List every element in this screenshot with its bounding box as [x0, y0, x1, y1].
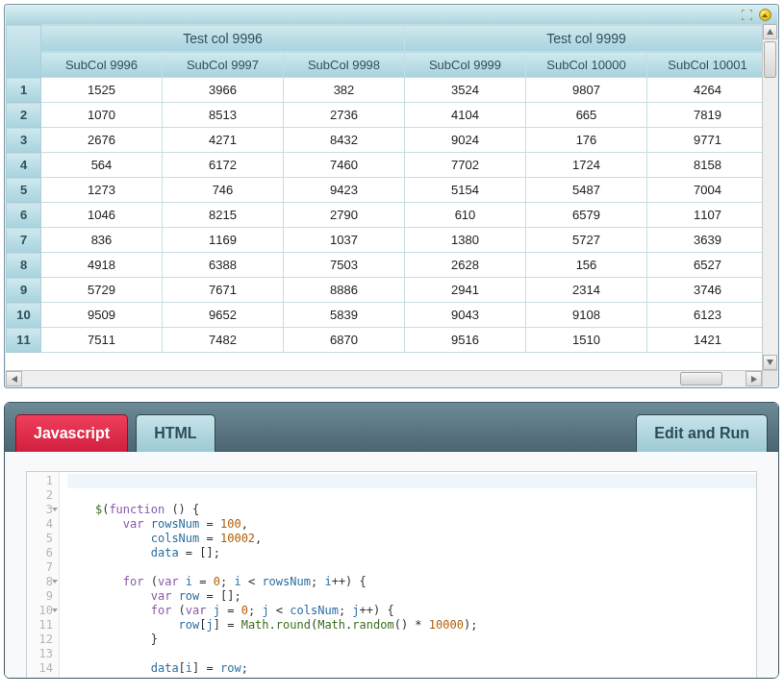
- grid-cell[interactable]: 1273: [41, 178, 163, 203]
- grid-cell[interactable]: 9516: [405, 328, 526, 353]
- scroll-left-button[interactable]: [6, 371, 22, 386]
- grid-cell[interactable]: 6527: [647, 253, 763, 278]
- code-line[interactable]: row[j] = Math.round(Math.random() * 1000…: [67, 618, 756, 633]
- grid-cell[interactable]: 836: [41, 228, 163, 253]
- grid-cell[interactable]: 2790: [284, 203, 405, 228]
- row-header[interactable]: 8: [7, 253, 41, 278]
- grid-cell[interactable]: 5729: [41, 278, 163, 303]
- row-header[interactable]: 6: [7, 203, 41, 228]
- code-editor[interactable]: 1234567891011121314 $(function () { var …: [26, 471, 757, 678]
- scroll-down-button[interactable]: [763, 355, 777, 370]
- grid-cell[interactable]: 3639: [647, 228, 763, 253]
- grid-cell[interactable]: 9043: [405, 303, 526, 328]
- column-header[interactable]: SubCol 10000: [526, 52, 647, 78]
- code-line[interactable]: [67, 488, 756, 503]
- vertical-scroll-track[interactable]: [763, 39, 777, 355]
- grid-cell[interactable]: 1380: [405, 228, 526, 253]
- grid-cell[interactable]: 7503: [284, 253, 405, 278]
- grid-cell[interactable]: 7482: [163, 328, 284, 353]
- grid-cell[interactable]: 5487: [526, 178, 647, 203]
- code-content[interactable]: $(function () { var rowsNum = 100, colsN…: [60, 472, 756, 678]
- row-header[interactable]: 7: [7, 228, 41, 253]
- code-line[interactable]: for (var i = 0; i < rowsNum; i++) {: [67, 575, 756, 589]
- grid-cell[interactable]: 1525: [41, 78, 163, 103]
- grid-cell[interactable]: 9108: [526, 303, 647, 328]
- code-line[interactable]: }: [67, 633, 756, 647]
- row-header[interactable]: 5: [7, 178, 41, 203]
- grid-cell[interactable]: 176: [526, 128, 647, 153]
- grid-cell[interactable]: 9771: [647, 128, 763, 153]
- grid-cell[interactable]: 3746: [647, 278, 763, 303]
- grid-cell[interactable]: 6579: [526, 203, 647, 228]
- grid-cell[interactable]: 8886: [284, 278, 405, 303]
- column-header[interactable]: SubCol 10001: [647, 52, 763, 78]
- grid-cell[interactable]: 156: [526, 253, 647, 278]
- grid-cell[interactable]: 6870: [284, 328, 405, 353]
- code-line[interactable]: for (var j = 0; j < colsNum; j++) {: [67, 604, 756, 618]
- grid-cell[interactable]: 1510: [526, 328, 647, 353]
- grid-cell[interactable]: 3524: [405, 78, 526, 103]
- grid-cell[interactable]: 6172: [163, 153, 284, 178]
- grid-cell[interactable]: 665: [526, 103, 647, 128]
- row-header[interactable]: 4: [7, 153, 41, 178]
- code-line[interactable]: $(function () {: [67, 503, 756, 517]
- grid-cell[interactable]: 4104: [405, 103, 526, 128]
- grid-cell[interactable]: 4264: [647, 78, 763, 103]
- row-header[interactable]: 3: [7, 128, 41, 153]
- grid-cell[interactable]: 746: [163, 178, 284, 203]
- grid-cell[interactable]: 3966: [163, 78, 284, 103]
- grid-cell[interactable]: 564: [41, 153, 163, 178]
- collapse-icon[interactable]: [759, 9, 771, 21]
- column-header[interactable]: SubCol 9999: [405, 52, 526, 78]
- grid-cell[interactable]: 7511: [41, 328, 163, 353]
- grid-cell[interactable]: 1107: [647, 203, 763, 228]
- column-header[interactable]: SubCol 9997: [163, 52, 284, 78]
- grid-cell[interactable]: 9509: [41, 303, 163, 328]
- column-group-header[interactable]: Test col 9999: [405, 25, 763, 52]
- grid-cell[interactable]: 2314: [526, 278, 647, 303]
- code-line[interactable]: var row = [];: [67, 589, 756, 604]
- grid-cell[interactable]: 9024: [405, 128, 526, 153]
- grid-cell[interactable]: 610: [405, 203, 526, 228]
- code-line[interactable]: [67, 647, 756, 661]
- grid-cell[interactable]: 7460: [284, 153, 405, 178]
- grid-cell[interactable]: 6123: [647, 303, 763, 328]
- expand-icon[interactable]: [741, 9, 753, 21]
- vertical-scroll-thumb[interactable]: [764, 41, 776, 78]
- grid-cell[interactable]: 7004: [647, 178, 763, 203]
- grid-cell[interactable]: 1037: [284, 228, 405, 253]
- grid-cell[interactable]: 9423: [284, 178, 405, 203]
- grid-cell[interactable]: 382: [284, 78, 405, 103]
- column-group-header[interactable]: Test col 9996: [41, 25, 405, 52]
- grid-cell[interactable]: 1724: [526, 153, 647, 178]
- horizontal-scroll-thumb[interactable]: [680, 372, 722, 385]
- code-line[interactable]: data = [];: [67, 546, 756, 560]
- code-line[interactable]: var rowsNum = 100,: [67, 517, 756, 532]
- horizontal-scroll-track[interactable]: [22, 371, 746, 386]
- grid-cell[interactable]: 1070: [41, 103, 163, 128]
- column-header[interactable]: SubCol 9998: [284, 52, 405, 78]
- code-line[interactable]: data[i] = row;: [67, 661, 756, 676]
- row-header[interactable]: 2: [7, 103, 41, 128]
- grid-cell[interactable]: 5154: [405, 178, 526, 203]
- scroll-up-button[interactable]: [763, 24, 777, 39]
- grid-cell[interactable]: 5727: [526, 228, 647, 253]
- row-header[interactable]: 11: [7, 328, 41, 353]
- grid-cell[interactable]: 6388: [163, 253, 284, 278]
- code-line[interactable]: [67, 560, 756, 575]
- grid-cell[interactable]: 8158: [647, 153, 763, 178]
- edit-and-run-button[interactable]: Edit and Run: [636, 414, 768, 452]
- horizontal-scrollbar[interactable]: [6, 370, 777, 386]
- grid-cell[interactable]: 4271: [163, 128, 284, 153]
- scroll-right-button[interactable]: [746, 371, 762, 386]
- row-header[interactable]: 1: [7, 78, 41, 103]
- grid-cell[interactable]: 7819: [647, 103, 763, 128]
- grid-cell[interactable]: 8513: [163, 103, 284, 128]
- grid-cell[interactable]: 9807: [526, 78, 647, 103]
- grid-cell[interactable]: 1169: [163, 228, 284, 253]
- grid-cell[interactable]: 1421: [647, 328, 763, 353]
- tab-javascript[interactable]: Javascript: [15, 414, 128, 452]
- grid-cell[interactable]: 8215: [163, 203, 284, 228]
- tab-html[interactable]: HTML: [136, 414, 215, 452]
- grid-cell[interactable]: 7702: [405, 153, 526, 178]
